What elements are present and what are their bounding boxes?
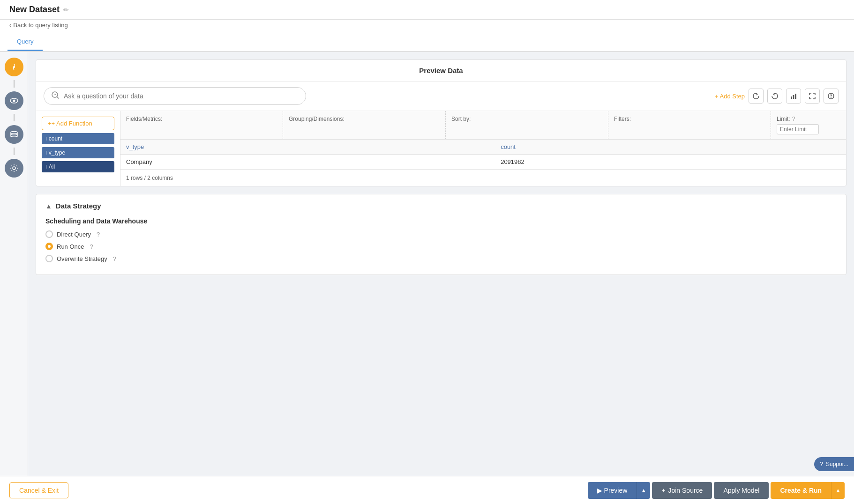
limit-input[interactable] [777, 124, 819, 134]
col-header-count: count [495, 140, 846, 155]
cell-vtype: Company [120, 155, 495, 170]
data-table-area: Fields/Metrics: Grouping/Dimensions: Sor… [120, 111, 846, 186]
preview-btn-group: ▶ Preview ▲ [588, 482, 651, 499]
join-plus-icon: + [661, 487, 665, 494]
strategy-title: Data Strategy [56, 202, 101, 210]
create-run-button[interactable]: Create & Run [771, 482, 831, 499]
col-header-vtype: v_type [120, 140, 495, 155]
svg-point-5 [13, 167, 15, 170]
edit-icon[interactable]: ✏ [63, 6, 69, 14]
strategy-section: Scheduling and Data Warehouse Direct Que… [45, 217, 837, 262]
page-header: New Dataset ✏ [0, 0, 854, 20]
strategy-header: ▲ Data Strategy [45, 202, 837, 210]
filter-filters: Filters: [608, 111, 771, 139]
svg-point-3 [13, 100, 15, 102]
cancel-exit-button[interactable]: Cancel & Exit [9, 482, 68, 498]
toolbar-right: + Add Step [715, 89, 839, 104]
limit-help-icon[interactable]: ? [792, 116, 795, 122]
radio-run-once[interactable]: Run Once ? [45, 243, 837, 250]
filter-limit: Limit: ? [771, 111, 846, 139]
expand-button[interactable] [805, 89, 820, 104]
fields-panel: + + Add Function I count I v_type I All [36, 111, 120, 186]
chip-icon-all: I [45, 164, 47, 170]
table-footer: 1 rows / 2 columns [120, 170, 846, 186]
search-bar-area: + Add Step [36, 82, 846, 111]
search-input-wrapper[interactable] [44, 87, 306, 105]
overwrite-help-icon[interactable]: ? [113, 255, 116, 262]
svg-rect-7 [791, 96, 792, 99]
add-function-button[interactable]: + + Add Function [42, 117, 114, 130]
field-chip-vtype[interactable]: I v_type [42, 147, 114, 158]
radio-circle-direct [45, 230, 53, 238]
chip-icon-vtype: I [45, 150, 47, 156]
sidebar-icon-database[interactable] [5, 125, 23, 144]
preview-chevron-button[interactable]: ▲ [637, 482, 650, 499]
preview-data-panel: Preview Data + Add Step [36, 59, 847, 186]
filter-row: Fields/Metrics: Grouping/Dimensions: Sor… [120, 111, 846, 140]
bottom-action-bar: Cancel & Exit ▶ Preview ▲ + Join Source … [0, 476, 854, 504]
sidebar [0, 52, 28, 504]
filter-grouping: Grouping/Dimensions: [283, 111, 446, 139]
collapse-icon[interactable]: ▲ [45, 202, 52, 210]
radio-circle-run-once [45, 243, 53, 250]
data-table: v_type count Company 2091982 [120, 140, 846, 170]
create-run-btn-group: Create & Run ▲ [771, 482, 845, 499]
create-run-chevron-button[interactable]: ▲ [831, 482, 845, 499]
radio-circle-overwrite [45, 255, 53, 262]
tab-query[interactable]: Query [7, 33, 43, 51]
field-chip-count[interactable]: I count [42, 133, 114, 144]
ai-search-icon [51, 90, 60, 102]
svg-point-4 [11, 132, 17, 134]
svg-rect-9 [795, 94, 796, 99]
preview-header: Preview Data [36, 60, 846, 82]
cell-count: 2091982 [495, 155, 846, 170]
sidebar-icon-eye[interactable] [5, 91, 23, 110]
preview-button[interactable]: ▶ Preview [588, 482, 637, 499]
filter-fields-metrics: Fields/Metrics: [120, 111, 283, 139]
refresh-button[interactable] [749, 89, 764, 104]
svg-point-11 [831, 97, 832, 98]
radio-direct-query[interactable]: Direct Query ? [45, 230, 837, 238]
chart-button[interactable] [786, 89, 801, 104]
radio-overwrite[interactable]: Overwrite Strategy ? [45, 255, 837, 262]
add-step-button[interactable]: + Add Step [715, 93, 745, 100]
chip-icon-count: I [45, 136, 47, 141]
sidebar-icon-logo[interactable] [5, 58, 23, 76]
sidebar-icon-gear[interactable] [5, 159, 23, 178]
run-once-help-icon[interactable]: ? [90, 243, 93, 250]
help-button[interactable] [824, 89, 839, 104]
support-button[interactable]: ? Suppor... [814, 457, 854, 471]
apply-model-button[interactable]: Apply Model [714, 482, 769, 499]
scheduling-title: Scheduling and Data Warehouse [45, 217, 837, 225]
ai-search-input[interactable] [64, 92, 299, 100]
back-chevron-icon: ‹ [9, 22, 11, 29]
right-actions: ▶ Preview ▲ + Join Source Apply Model Cr… [588, 482, 845, 499]
data-strategy-panel: ▲ Data Strategy Scheduling and Data Ware… [36, 194, 847, 275]
page-title: New Dataset [9, 5, 60, 15]
table-row: Company 2091982 [120, 155, 846, 170]
preview-content: + + Add Function I count I v_type I All [36, 111, 846, 186]
undo-button[interactable] [767, 89, 782, 104]
direct-query-help-icon[interactable]: ? [97, 231, 100, 238]
plus-icon: + [48, 120, 52, 127]
tab-strip: Query [0, 33, 854, 52]
back-to-listing-link[interactable]: ‹ Back to query listing [9, 20, 845, 30]
svg-rect-8 [793, 95, 794, 99]
join-source-button[interactable]: + Join Source [652, 482, 712, 499]
field-chip-all[interactable]: I All [42, 161, 114, 172]
svg-point-1 [13, 66, 15, 68]
filter-sort: Sort by: [446, 111, 608, 139]
support-help-icon: ? [820, 461, 823, 467]
